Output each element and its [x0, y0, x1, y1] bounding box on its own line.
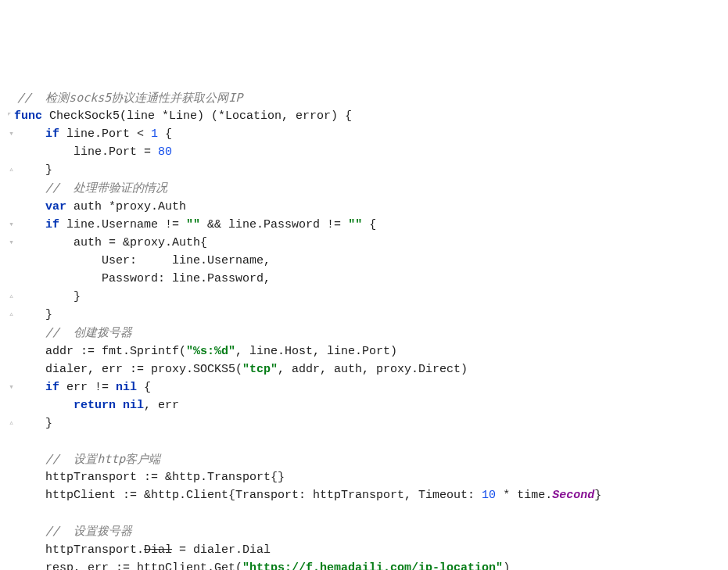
expr: dialer, err := proxy.SOCKS5(: [45, 363, 242, 376]
comment: // 检测socks5协议连通性并获取公网IP: [17, 91, 242, 105]
brace: {: [137, 381, 151, 394]
expr: httpTransport := &http.Transport{}: [45, 471, 285, 484]
fold-caret-icon[interactable]: ▾: [8, 125, 15, 142]
string-literal: "": [186, 218, 200, 231]
func-name: CheckSock5: [49, 109, 120, 123]
number-literal: 10: [482, 489, 496, 502]
op-and: &&: [200, 218, 228, 231]
func-signature: (line *Line) (*Location, error) {: [120, 109, 352, 123]
keyword-if: if: [45, 381, 59, 394]
expr: addr := fmt.Sprintf(: [45, 345, 186, 358]
keyword-if: if: [45, 127, 59, 141]
field-label: User:: [102, 254, 172, 267]
deprecated-ident: Dial: [144, 543, 172, 557]
string-literal: "": [348, 218, 362, 231]
keyword-if: if: [45, 218, 59, 231]
keyword-nil: nil: [123, 399, 144, 412]
fold-caret-icon[interactable]: ▵: [8, 414, 15, 432]
comment: // 创建拨号器: [45, 325, 132, 339]
brace: {: [158, 127, 172, 141]
comment: // 设置http客户端: [45, 452, 160, 466]
fold-caret-icon[interactable]: ▾: [8, 234, 15, 251]
string-literal: "tcp": [242, 363, 278, 376]
expr: , addr, auth, proxy.Direct): [278, 363, 468, 376]
fold-caret-icon[interactable]: ▵: [8, 306, 15, 323]
expr: auth = &proxy.Auth{: [74, 236, 207, 249]
fold-caret-icon[interactable]: ▵: [8, 288, 15, 305]
number-literal: 80: [158, 145, 172, 159]
expr: httpClient := &http.Client{Transport: ht…: [45, 489, 482, 502]
brace: }: [45, 163, 52, 177]
brace: {: [362, 218, 376, 231]
keyword-nil: nil: [116, 381, 137, 394]
comment: // 处理带验证的情况: [45, 181, 167, 195]
keyword-var: var: [45, 200, 66, 213]
field-label: Password:: [102, 272, 172, 285]
string-literal: "%s:%d": [186, 345, 235, 358]
expr: line.Port =: [74, 145, 158, 159]
expr: , line.Host, line.Port): [235, 345, 397, 358]
keyword-func: func: [14, 109, 42, 123]
exported-const: Second: [552, 489, 594, 502]
brace: }: [74, 290, 81, 303]
brace: }: [45, 417, 52, 430]
expr: = dialer.Dial: [172, 543, 271, 557]
brace: }: [45, 308, 52, 321]
code-block: // 检测socks5协议连通性并获取公网IP func CheckSock5(…: [8, 72, 720, 570]
expr: line.Port <: [59, 127, 151, 141]
fold-caret-icon[interactable]: ▵: [8, 161, 15, 178]
keyword-return: return: [74, 399, 116, 412]
fold-caret-icon[interactable]: ▾: [8, 378, 15, 396]
fold-caret-icon[interactable]: [8, 90, 15, 107]
number-literal: 1: [151, 127, 158, 141]
field-value: line.Username,: [172, 254, 271, 267]
expr: , err: [144, 399, 179, 412]
expr: line.Username !=: [59, 218, 186, 231]
expr: httpTransport.: [45, 543, 144, 557]
fold-caret-icon[interactable]: ▾: [8, 216, 15, 233]
expr: line.Password !=: [228, 218, 348, 231]
expr: resp, err := httpClient.Get(: [45, 561, 242, 570]
expr: err !=: [59, 381, 116, 394]
string-literal: "https://f.hemadaili.com/ip-location": [242, 561, 503, 570]
decl: auth *proxy.Auth: [66, 200, 186, 213]
gutter-tick-icon: [8, 113, 13, 119]
comment: // 设置拨号器: [45, 524, 132, 538]
field-value: line.Password,: [172, 272, 271, 285]
